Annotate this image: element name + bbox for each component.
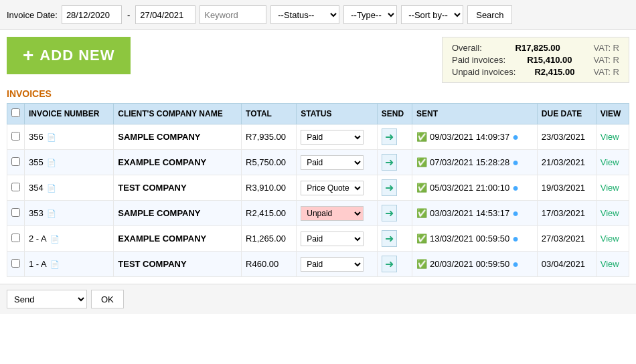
header-checkbox-cell — [7, 104, 25, 124]
select-all-checkbox[interactable] — [11, 108, 20, 117]
check-icon: ✅ — [416, 259, 427, 269]
view-cell: View — [596, 150, 629, 175]
send-button[interactable]: ➜ — [382, 205, 397, 221]
status-select[interactable]: Paid Unpaid Price Quote — [301, 206, 364, 221]
sent-datetime: 20/03/2021 00:59:50 — [430, 259, 509, 269]
view-link[interactable]: View — [601, 234, 619, 244]
status-select[interactable]: Paid Unpaid Price Quote — [301, 232, 364, 246]
bottom-bar: Send OK — [0, 284, 636, 314]
status-dropdown[interactable]: --Status-- Paid Unpaid Price Quote — [270, 5, 339, 24]
sent-cell: ✅ 05/03/2021 21:00:10 ● — [412, 175, 537, 201]
pdf-icon[interactable]: 📄 — [47, 133, 56, 141]
invoice-number-cell: 353 📄 — [25, 201, 114, 226]
info-icon[interactable]: ● — [512, 131, 519, 143]
table-row: 356 📄 SAMPLE COMPANY R7,935.00 Paid Unpa… — [7, 124, 629, 150]
status-select[interactable]: Paid Unpaid Price Quote — [301, 130, 364, 145]
row-checkbox[interactable] — [11, 259, 20, 268]
status-cell: Paid Unpaid Price Quote — [297, 252, 378, 277]
row-checkbox-cell — [7, 124, 25, 150]
paid-label: Paid invoices: — [452, 55, 505, 65]
invoice-number-cell: 2 - A 📄 — [25, 226, 114, 252]
send-button[interactable]: ➜ — [382, 230, 397, 247]
total-cell: R5,750.00 — [242, 150, 297, 175]
view-link[interactable]: View — [601, 259, 619, 269]
due-date-cell: 23/03/2021 — [537, 124, 596, 150]
view-cell: View — [596, 175, 629, 201]
check-icon: ✅ — [416, 234, 427, 244]
pdf-icon[interactable]: 📄 — [47, 159, 56, 167]
check-icon: ✅ — [416, 157, 427, 167]
total-cell: R460.00 — [242, 252, 297, 277]
row-checkbox[interactable] — [11, 132, 20, 141]
send-arrow-icon: ➜ — [385, 181, 394, 194]
company-name-cell: SAMPLE COMPANY — [114, 201, 242, 226]
view-link[interactable]: View — [601, 208, 619, 218]
invoices-table: INVOICE NUMBER CLIENT'S COMPANY NAME TOT… — [7, 103, 629, 277]
view-link[interactable]: View — [601, 157, 619, 167]
send-button[interactable]: ➜ — [382, 128, 397, 145]
date-to-input[interactable] — [135, 5, 195, 24]
due-date-cell: 03/04/2021 — [537, 252, 596, 277]
row-checkbox-cell — [7, 175, 25, 201]
info-icon[interactable]: ● — [512, 182, 519, 194]
type-dropdown[interactable]: --Type-- — [343, 5, 397, 24]
invoice-number-cell: 355 📄 — [25, 150, 114, 175]
info-icon[interactable]: ● — [512, 233, 519, 245]
info-icon[interactable]: ● — [512, 207, 519, 219]
status-select[interactable]: Paid Unpaid Price Quote — [301, 257, 364, 272]
date-from-input[interactable] — [62, 5, 122, 24]
info-icon[interactable]: ● — [512, 157, 519, 169]
invoice-number-cell: 1 - A 📄 — [25, 252, 114, 277]
total-cell: R2,415.00 — [242, 201, 297, 226]
keyword-input[interactable] — [200, 5, 266, 24]
send-button[interactable]: ➜ — [382, 179, 397, 196]
view-link[interactable]: View — [601, 132, 619, 142]
send-cell: ➜ — [377, 150, 412, 175]
overall-amount: R17,825.00 — [515, 43, 560, 53]
add-new-label: ADD NEW — [39, 47, 114, 64]
search-button[interactable]: Search — [467, 5, 512, 24]
row-checkbox-cell — [7, 150, 25, 175]
pdf-icon[interactable]: 📄 — [50, 235, 60, 243]
add-new-button[interactable]: + ADD NEW — [7, 37, 131, 74]
row-checkbox[interactable] — [11, 157, 20, 166]
view-cell: View — [596, 252, 629, 277]
ok-button[interactable]: OK — [91, 290, 124, 308]
due-date-cell: 17/03/2021 — [537, 201, 596, 226]
plus-icon: + — [23, 46, 34, 65]
pdf-icon[interactable]: 📄 — [50, 260, 60, 268]
total-cell: R1,265.00 — [242, 226, 297, 252]
company-name-cell: EXAMPLE COMPANY — [114, 226, 242, 252]
check-icon: ✅ — [416, 183, 427, 193]
status-cell: Paid Unpaid Price Quote — [297, 201, 378, 226]
view-cell: View — [596, 124, 629, 150]
status-cell: Paid Unpaid Price Quote — [297, 150, 378, 175]
sort-dropdown[interactable]: --Sort by-- — [401, 5, 463, 24]
header-due-date: DUE DATE — [537, 104, 596, 124]
due-date-cell: 21/03/2021 — [537, 150, 596, 175]
row-checkbox-cell — [7, 226, 25, 252]
send-select[interactable]: Send — [7, 290, 87, 308]
table-header-row: INVOICE NUMBER CLIENT'S COMPANY NAME TOT… — [7, 104, 629, 124]
row-checkbox[interactable] — [11, 183, 20, 191]
due-date-cell: 27/03/2021 — [537, 226, 596, 252]
table-row: 1 - A 📄 TEST COMPANY R460.00 Paid Unpaid… — [7, 252, 629, 277]
send-cell: ➜ — [377, 201, 412, 226]
row-checkbox[interactable] — [11, 208, 20, 217]
send-button[interactable]: ➜ — [382, 154, 397, 171]
check-icon: ✅ — [416, 132, 427, 142]
send-button[interactable]: ➜ — [382, 256, 397, 272]
pdf-icon[interactable]: 📄 — [47, 184, 56, 192]
pdf-icon[interactable]: 📄 — [47, 209, 56, 217]
status-cell: Paid Unpaid Price Quote — [297, 175, 378, 201]
status-select[interactable]: Paid Unpaid Price Quote — [301, 155, 364, 170]
unpaid-label: Unpaid invoices: — [452, 67, 515, 77]
status-select[interactable]: Paid Unpaid Price Quote — [301, 181, 364, 195]
send-arrow-icon: ➜ — [385, 258, 394, 270]
view-cell: View — [596, 226, 629, 252]
info-icon[interactable]: ● — [512, 258, 519, 270]
header-sent: SENT — [412, 104, 537, 124]
row-checkbox[interactable] — [11, 234, 20, 242]
view-link[interactable]: View — [601, 183, 619, 193]
sent-datetime: 07/03/2021 15:28:28 — [430, 157, 509, 167]
